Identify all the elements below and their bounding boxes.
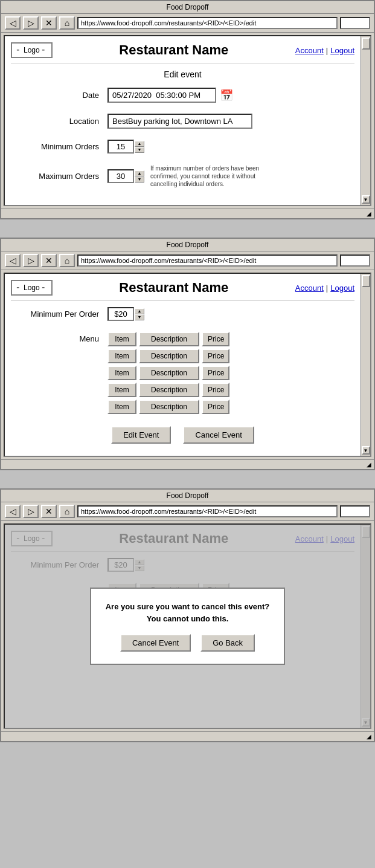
back-button-2[interactable]: ◁ [5, 254, 21, 267]
scrollbar-1[interactable]: ▼ [361, 36, 370, 205]
cancel-event-button-2[interactable]: Cancel Event [183, 426, 254, 444]
title-bar-3: Food Dropoff [1, 490, 374, 502]
status-bar-1: ◢ [1, 209, 374, 218]
min-orders-up[interactable]: ▲ [135, 141, 144, 147]
menu-price-2-3[interactable]: Price [202, 383, 229, 397]
logo-text-2: Logo [24, 283, 40, 292]
min-orders-input[interactable] [107, 140, 134, 154]
menu-item-2-0[interactable]: Item [107, 332, 136, 346]
menu-desc-2-3[interactable]: Description [139, 383, 199, 397]
home-button-1[interactable]: ⌂ [59, 16, 75, 30]
menu-desc-2-1[interactable]: Description [139, 349, 199, 363]
title-text-3: Food Dropoff [167, 491, 209, 500]
min-orders-down[interactable]: ▼ [135, 147, 144, 153]
status-bar-right-1: ◢ [367, 210, 371, 217]
address-bar-1[interactable] [77, 17, 338, 29]
date-row: Date 📅 [11, 88, 354, 103]
search-box-1[interactable] [340, 17, 370, 29]
menu-item-row-2-2: Item Description Price [107, 366, 229, 380]
menu-item-2-4[interactable]: Item [107, 400, 136, 414]
address-bar-2[interactable] [77, 254, 338, 267]
page-content-3: ▼ ╴ Logo ╴ Restaurant Name Account | Log… [4, 523, 371, 729]
scroll-down-1[interactable]: ▼ [362, 195, 370, 204]
menu-price-2-0[interactable]: Price [202, 332, 229, 346]
home-button-3[interactable]: ⌂ [59, 505, 75, 518]
page-inner-2: ╴ Logo ╴ Restaurant Name Account | Logou… [11, 280, 354, 444]
menu-desc-2-2[interactable]: Description [139, 366, 199, 380]
logout-link-2[interactable]: Logout [330, 283, 354, 293]
forward-button-1[interactable]: ▷ [23, 16, 39, 30]
stop-button-2[interactable]: ✕ [41, 254, 57, 267]
menu-item-2-2[interactable]: Item [107, 366, 136, 380]
min-orders-row: Minimum Orders ▲ ▼ [11, 140, 354, 154]
modal-cancel-event-button[interactable]: Cancel Event [120, 634, 191, 652]
modal-line2: You cannot undo this. [147, 614, 229, 623]
min-per-order-up-2[interactable]: ▲ [135, 308, 144, 314]
forward-button-2[interactable]: ▷ [23, 254, 39, 267]
menu-item-row-2-3: Item Description Price [107, 383, 229, 397]
scrollbar-2[interactable]: ▼ [361, 274, 370, 456]
menu-price-2-1[interactable]: Price [202, 349, 229, 363]
max-orders-hint: If maximum number of orders have been co… [150, 164, 271, 188]
menu-item-2-3[interactable]: Item [107, 383, 136, 397]
min-per-order-spinbtns-2: ▲ ▼ [135, 308, 144, 320]
logo-icon-1: ╴ [17, 46, 21, 54]
home-button-2[interactable]: ⌂ [59, 254, 75, 267]
menu-price-2-2[interactable]: Price [202, 366, 229, 380]
max-orders-up[interactable]: ▲ [135, 170, 144, 177]
divider-1: | [326, 46, 328, 55]
menu-desc-2-4[interactable]: Description [139, 400, 199, 414]
logout-link-1[interactable]: Logout [330, 46, 354, 55]
edit-event-button-2[interactable]: Edit Event [111, 426, 171, 444]
search-box-2[interactable] [340, 254, 370, 267]
menu-item-2-1[interactable]: Item [107, 349, 136, 363]
min-per-order-input-2[interactable] [107, 307, 134, 321]
menu-desc-2-0[interactable]: Description [139, 332, 199, 346]
menu-items-2: Item Description Price Item Description … [107, 332, 229, 414]
min-per-order-label-2: Minimum Per Order [11, 309, 107, 319]
back-button-1[interactable]: ◁ [5, 16, 21, 30]
max-orders-down[interactable]: ▼ [135, 177, 144, 183]
status-bar-right-3: ◢ [367, 733, 371, 740]
location-label: Location [11, 117, 107, 126]
site-header-2: ╴ Logo ╴ Restaurant Name Account | Logou… [11, 280, 354, 301]
scroll-thumb-1[interactable] [362, 37, 370, 50]
account-link-1[interactable]: Account [295, 46, 324, 55]
logo-text-1: Logo [24, 46, 40, 54]
max-orders-row: Maximum Orders ▲ ▼ If maximum number of … [11, 164, 354, 188]
page-content-1: ▼ ╴ Logo ╴ Restaurant Name Account | Log… [4, 35, 371, 206]
min-per-order-down-2[interactable]: ▼ [135, 314, 144, 320]
section-title-1: Edit event [11, 70, 354, 79]
stop-button-3[interactable]: ✕ [41, 505, 57, 518]
modal-goback-button[interactable]: Go Back [200, 634, 255, 652]
status-bar-right-2: ◢ [367, 461, 371, 468]
date-input[interactable] [107, 88, 216, 103]
title-text-1: Food Dropoff [167, 3, 209, 11]
scroll-thumb-2[interactable] [362, 275, 370, 287]
forward-button-3[interactable]: ▷ [23, 505, 39, 518]
divider-2: | [326, 283, 328, 293]
max-orders-spinbtns: ▲ ▼ [135, 170, 144, 183]
max-orders-label: Maximum Orders [11, 172, 107, 181]
modal-text: Are you sure you want to cancel this eve… [106, 601, 270, 624]
logo-icon-right-1: ╴ [42, 46, 46, 54]
account-link-2[interactable]: Account [295, 283, 324, 293]
header-links-2: Account | Logout [295, 283, 354, 293]
max-orders-input[interactable] [107, 169, 134, 183]
logo-icon-2b: ╴ [42, 283, 46, 292]
toolbar-3: ◁ ▷ ✕ ⌂ [1, 502, 374, 521]
address-bar-3[interactable] [77, 505, 338, 517]
page-inner-1: ╴ Logo ╴ Restaurant Name Account | Logou… [11, 42, 354, 188]
location-row: Location [11, 114, 354, 129]
max-orders-spinner: ▲ ▼ [107, 169, 144, 183]
page-content-2: ▼ ╴ Logo ╴ Restaurant Name Account | Log… [4, 273, 371, 457]
calendar-icon[interactable]: 📅 [220, 89, 233, 102]
back-button-3[interactable]: ◁ [5, 505, 21, 518]
search-box-3[interactable] [340, 505, 370, 517]
scroll-down-2[interactable]: ▼ [362, 446, 370, 455]
location-input[interactable] [107, 114, 252, 129]
menu-price-2-4[interactable]: Price [202, 400, 229, 414]
btn-row-2: Edit Event Cancel Event [11, 426, 354, 444]
stop-button-1[interactable]: ✕ [41, 16, 57, 30]
logo-2: ╴ Logo ╴ [11, 280, 53, 296]
